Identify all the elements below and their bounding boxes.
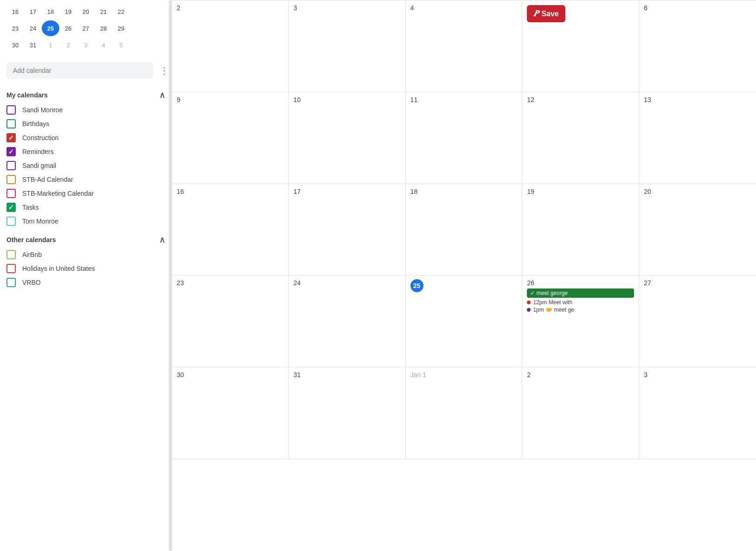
calendar-checkbox[interactable]: ✓ <box>6 147 16 156</box>
mini-cal-day[interactable]: 24 <box>24 20 42 36</box>
mini-cal-day[interactable]: 25 <box>42 20 59 36</box>
cell-date: 16 <box>177 188 284 195</box>
calendar-cell[interactable]: 12 <box>522 92 639 184</box>
add-calendar-input[interactable] <box>6 62 153 79</box>
cell-date: 26 <box>527 279 634 287</box>
my-calendar-item[interactable]: ✓Reminders <box>6 145 172 159</box>
mini-cal-day[interactable]: 1 <box>42 37 59 53</box>
sidebar: 1617181920212223242526272829303112345 ⋮ … <box>0 0 172 551</box>
my-calendar-item[interactable]: ✓Tasks <box>6 200 172 214</box>
calendar-cell[interactable]: 𝑷 Save <box>522 0 639 92</box>
event-dot <box>527 308 531 312</box>
mini-cal-day[interactable]: 31 <box>24 37 42 53</box>
mini-cal-day[interactable]: 20 <box>77 4 95 19</box>
scrollbar[interactable] <box>169 0 172 551</box>
my-calendars-chevron[interactable]: ∧ <box>159 90 165 100</box>
cell-date: 31 <box>294 371 401 378</box>
calendar-cell[interactable]: 24 <box>289 276 406 367</box>
calendar-cell[interactable]: 25 <box>406 276 523 367</box>
calendar-checkbox[interactable]: ✓ <box>6 133 16 142</box>
cell-date: 3 <box>294 4 401 12</box>
my-calendar-item[interactable]: Sandi gmail <box>6 159 172 173</box>
cell-date: 4 <box>410 4 518 12</box>
mini-cal-day[interactable]: 5 <box>112 37 130 53</box>
cell-date: 2 <box>177 4 284 12</box>
my-calendar-item[interactable]: STB-Ad Calendar <box>6 173 172 186</box>
my-calendar-item[interactable]: STB-Marketing Calendar <box>6 186 172 200</box>
my-calendar-item[interactable]: Tom Monroe <box>6 214 172 228</box>
other-calendar-item[interactable]: Holidays in United States <box>6 262 172 276</box>
event-bar[interactable]: ✓ meet george <box>527 288 634 298</box>
mini-cal-day[interactable]: 2 <box>59 37 77 53</box>
mini-cal-day[interactable]: 21 <box>95 4 112 19</box>
mini-cal-day[interactable]: 29 <box>112 20 130 36</box>
mini-cal-day[interactable]: 19 <box>59 4 77 19</box>
other-calendars-chevron[interactable]: ∧ <box>159 235 165 245</box>
calendar-checkbox[interactable] <box>6 264 16 273</box>
calendar-cell[interactable]: 30 <box>172 367 289 459</box>
mini-calendar: 1617181920212223242526272829303112345 <box>6 0 172 58</box>
calendar-cell[interactable]: 11 <box>406 92 523 184</box>
mini-cal-day[interactable]: 18 <box>42 4 59 19</box>
calendar-cell[interactable]: 18 <box>406 184 523 276</box>
calendar-cell[interactable]: 3 <box>289 0 406 92</box>
calendar-checkbox[interactable] <box>6 217 16 226</box>
mini-cal-day[interactable]: 27 <box>77 20 95 36</box>
calendar-cell[interactable]: 17 <box>289 184 406 276</box>
cell-date: 17 <box>294 188 401 195</box>
mini-cal-day[interactable]: 22 <box>112 4 130 19</box>
calendar-checkbox[interactable] <box>6 278 16 287</box>
event-dot <box>527 301 531 304</box>
calendar-name-label: AirBnb <box>22 251 42 258</box>
cell-date: Jan 1 <box>410 371 518 378</box>
my-calendar-item[interactable]: Sandi Monroe <box>6 103 172 117</box>
mini-cal-day[interactable]: 4 <box>95 37 112 53</box>
my-calendar-item[interactable]: Birthdays <box>6 117 172 131</box>
calendar-cell[interactable]: 9 <box>172 92 289 184</box>
cell-date: 3 <box>644 371 751 378</box>
mini-cal-day[interactable]: 28 <box>95 20 112 36</box>
calendar-cell[interactable]: 4 <box>406 0 523 92</box>
calendar-cell[interactable]: 27 <box>639 276 756 367</box>
mini-cal-day[interactable]: 3 <box>77 37 95 53</box>
calendar-cell[interactable]: 2 <box>172 0 289 92</box>
mini-cal-day[interactable]: 17 <box>24 4 42 19</box>
other-calendars-list: AirBnbHolidays in United StatesVRBO <box>6 248 172 289</box>
calendar-checkbox[interactable] <box>6 119 16 128</box>
calendar-checkbox[interactable] <box>6 189 16 198</box>
cell-date: 13 <box>644 96 751 103</box>
calendar-cell[interactable]: 10 <box>289 92 406 184</box>
calendar-cell[interactable]: 31 <box>289 367 406 459</box>
calendar-cell[interactable]: 2 <box>522 367 639 459</box>
calendar-cell[interactable]: 19 <box>522 184 639 276</box>
mini-calendar-grid: 1617181920212223242526272829303112345 <box>6 4 172 53</box>
calendar-cell[interactable]: 3 <box>639 367 756 459</box>
calendar-checkbox[interactable] <box>6 250 16 259</box>
cell-date: 23 <box>177 279 284 287</box>
calendar-cell[interactable]: 20 <box>639 184 756 276</box>
event-dot-row[interactable]: 12pm Meet with <box>527 299 634 306</box>
mini-cal-day[interactable]: 16 <box>6 4 24 19</box>
mini-cal-day[interactable]: 30 <box>6 37 24 53</box>
calendar-name-label: Sandi gmail <box>22 162 56 169</box>
event-dot-row[interactable]: 1pm 🤝 meet ge <box>527 307 634 313</box>
calendar-checkbox[interactable] <box>6 105 16 115</box>
pinterest-save-button[interactable]: 𝑷 Save <box>527 5 565 22</box>
calendar-name-label: Tasks <box>22 204 39 211</box>
calendar-checkbox[interactable] <box>6 175 16 184</box>
calendar-cell[interactable]: 13 <box>639 92 756 184</box>
calendar-cell[interactable]: 16 <box>172 184 289 276</box>
calendar-checkbox[interactable] <box>6 161 16 170</box>
mini-cal-day[interactable]: 23 <box>6 20 24 36</box>
calendar-checkbox[interactable]: ✓ <box>6 203 16 212</box>
other-calendar-item[interactable]: AirBnb <box>6 248 172 262</box>
my-calendar-item[interactable]: ✓Construction <box>6 131 172 145</box>
mini-cal-day[interactable]: 26 <box>59 20 77 36</box>
other-calendar-item[interactable]: VRBO <box>6 276 172 289</box>
calendar-cell[interactable]: 23 <box>172 276 289 367</box>
calendar-cell[interactable]: 6 <box>639 0 756 92</box>
calendar-cell[interactable]: Jan 1 <box>406 367 523 459</box>
calendar-name-label: STB-Ad Calendar <box>22 176 73 183</box>
cell-date: 2 <box>527 371 634 378</box>
calendar-cell[interactable]: 26✓ meet george12pm Meet with1pm 🤝 meet … <box>522 276 639 367</box>
